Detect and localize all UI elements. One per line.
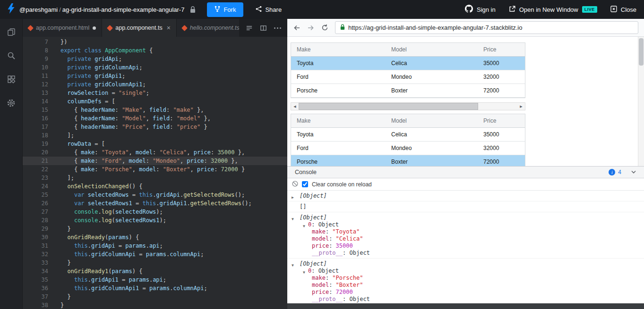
grid-row[interactable]: ToyotaCelica35000 (291, 128, 525, 142)
expand-triangle-icon[interactable]: ▶ (292, 194, 294, 201)
vertical-scrollbar[interactable] (638, 37, 644, 166)
chevron-down-icon[interactable] (631, 170, 636, 174)
code-editor-pane: app.component.htmlapp.component.ts×hello… (23, 19, 287, 309)
code-line[interactable]: 24 onSelectionChanged() { (23, 182, 287, 191)
collapse-triangle-icon[interactable]: ▼ (292, 216, 294, 223)
code-line[interactable]: 25 var selectedRows = this.gridApi.getSe… (23, 191, 287, 199)
editor-tab[interactable]: hello.component.ts (177, 19, 239, 37)
grid-cell: 72000 (478, 155, 525, 166)
console-entry[interactable]: ▼[Object]▼0: Objectmake: "Porsche"model:… (287, 259, 644, 303)
grid-row[interactable]: PorscheBoxter72000 (291, 84, 525, 98)
code-line[interactable]: 26 var selectedRows1 = this.gridApi1.get… (23, 199, 287, 208)
fork-button[interactable]: Fork (207, 2, 243, 17)
console-entry[interactable]: [] (287, 201, 644, 212)
code-line[interactable]: 10 private gridColumnApi; (23, 63, 287, 72)
editor-tab[interactable]: app.component.html (23, 19, 102, 37)
clear-on-reload-checkbox[interactable] (302, 181, 308, 187)
breadcrumb-username[interactable]: @pareshgami (19, 6, 58, 13)
stackblitz-logo-icon[interactable] (8, 3, 15, 16)
horizontal-scrollbar[interactable]: ◀ ▶ (291, 102, 525, 110)
grid-header-cell[interactable]: Make (291, 114, 386, 127)
grid-header-cell[interactable]: Model (386, 114, 478, 127)
code-line[interactable]: 36 this.gridColumnApi1 = params.columnAp… (23, 284, 287, 292)
code-line[interactable]: 21 { make: "Ford", model: "Mondeo", pric… (23, 157, 287, 165)
code-line[interactable]: 9 private gridApi; (23, 55, 287, 63)
collapse-triangle-icon[interactable]: ▼ (303, 223, 305, 230)
settings-gear-icon[interactable] (4, 95, 19, 110)
modified-dot-icon (93, 26, 96, 30)
grid-row[interactable]: ToyotaCelica35000 (291, 57, 525, 70)
format-lines-icon[interactable] (243, 22, 255, 34)
hscroll-thumb[interactable] (299, 103, 478, 110)
topbar: @pareshgami/ag-grid-install-and-simple-e… (0, 0, 644, 19)
code-line[interactable]: 38} (23, 301, 287, 309)
clear-on-reload-label: Clear console on reload (312, 181, 372, 188)
refresh-icon[interactable] (321, 24, 328, 31)
close-tab-icon[interactable]: × (167, 24, 171, 32)
signin-button[interactable]: Sign in (465, 5, 496, 14)
collapse-triangle-icon[interactable]: ▼ (303, 269, 305, 276)
grid-row[interactable]: PorscheBoxter72000 (291, 155, 525, 166)
console-message-count: 4 (618, 169, 621, 175)
console-object-prop: price: 35000 (312, 242, 644, 250)
code-line[interactable]: 8export class AppComponent { (23, 46, 287, 55)
code-line[interactable]: 19 rowData = [ (23, 140, 287, 148)
console-entry[interactable]: ▶[Object] (287, 191, 644, 201)
breadcrumb: @pareshgami/ag-grid-install-and-simple-e… (19, 6, 184, 13)
scroll-right-icon[interactable]: ▶ (517, 103, 525, 110)
forward-icon[interactable] (307, 24, 315, 32)
console-entry[interactable]: ▼[Object]▼0: Objectmake: "Toyota"model: … (287, 212, 644, 259)
scroll-left-icon[interactable]: ◀ (291, 103, 299, 110)
code-line[interactable]: 12 private gridColumnApi1; (23, 80, 287, 89)
code-line[interactable]: 29 } (23, 225, 287, 233)
console-tab[interactable]: Console (295, 169, 317, 175)
code-line[interactable]: 18 ]; (23, 131, 287, 140)
close-button[interactable]: Close (610, 6, 636, 14)
grid-cell: Mondeo (386, 70, 478, 84)
editor-tab[interactable]: app.component.ts× (102, 19, 177, 37)
grid-header-cell[interactable]: Price (478, 43, 525, 56)
code-line[interactable]: 13 rowSelection = "single"; (23, 89, 287, 97)
code-line[interactable]: 17 { headerName: "Price", field: "price"… (23, 123, 287, 131)
search-icon[interactable] (4, 48, 19, 63)
code-line[interactable]: 11 private gridApi1; (23, 72, 287, 80)
code-line[interactable]: 33 } (23, 259, 287, 267)
grid-row[interactable]: FordMondeo32000 (291, 70, 525, 84)
grid-header-cell[interactable]: Price (478, 114, 525, 127)
code-line[interactable]: 16 { headerName: "Model", field: "model"… (23, 114, 287, 123)
code-line[interactable]: 15 { headerName: "Make", field: "make" }… (23, 106, 287, 114)
code-line[interactable]: 22 { make: "Porsche", model: "Boxter", p… (23, 165, 287, 174)
code-line[interactable]: 35 this.gridApi1 = params.api; (23, 276, 287, 284)
code-line[interactable]: 7}) (23, 38, 287, 46)
url-bar[interactable]: https://ag-grid-install-and-simple-examp… (335, 21, 638, 34)
code-line[interactable]: 14 columnDefs = [ (23, 97, 287, 106)
console-header[interactable]: Console i 4 (287, 167, 644, 178)
code-line[interactable]: 37 } (23, 292, 287, 301)
clear-console-icon[interactable] (292, 180, 298, 189)
code-area[interactable]: 7})8export class AppComponent {9 private… (23, 37, 287, 309)
share-button[interactable]: Share (256, 6, 282, 14)
angular-file-icon (107, 25, 113, 31)
extensions-icon[interactable] (4, 72, 19, 87)
split-editor-icon[interactable] (257, 22, 269, 34)
grid-row[interactable]: FordMondeo32000 (291, 142, 525, 155)
privacy-lock-icon[interactable] (190, 6, 196, 13)
code-line[interactable]: 30 onGridReady(params) { (23, 233, 287, 242)
project-files-icon[interactable] (4, 25, 19, 40)
code-line[interactable]: 28 console.log(selectedRows1); (23, 216, 287, 225)
open-new-window-button[interactable]: Open in New Window LIVE (509, 6, 597, 14)
code-line[interactable]: 32 this.gridColumnApi = params.columnApi… (23, 250, 287, 259)
grid-cell: Toyota (291, 128, 386, 141)
grid-header-cell[interactable]: Model (386, 43, 478, 56)
vscroll-thumb[interactable] (639, 38, 644, 66)
grid-header-cell[interactable]: Make (291, 43, 386, 56)
collapse-triangle-icon[interactable]: ▼ (292, 262, 294, 269)
back-icon[interactable] (293, 24, 301, 32)
code-line[interactable]: 27 console.log(selectedRows); (23, 208, 287, 216)
code-line[interactable]: 34 onGridReady1(params) { (23, 267, 287, 276)
code-line[interactable]: 23 ]; (23, 174, 287, 182)
code-line[interactable]: 31 this.gridApi = params.api; (23, 242, 287, 250)
breadcrumb-project[interactable]: ag-grid-install-and-simple-example-angul… (62, 6, 185, 13)
code-line[interactable]: 20 { make: "Toyota", model: "Celica", pr… (23, 148, 287, 157)
more-actions-icon[interactable] (271, 22, 283, 34)
